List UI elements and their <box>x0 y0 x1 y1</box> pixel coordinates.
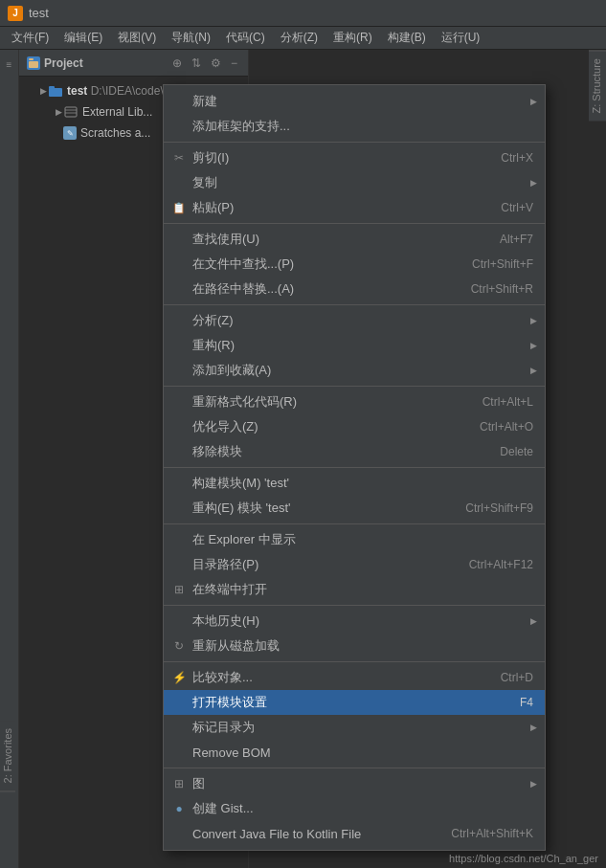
ctx-shortcut-find-in-files: Ctrl+Shift+F <box>472 257 533 271</box>
ctx-item-reload-disk[interactable]: ↻ 重新从磁盘加载 <box>164 634 545 658</box>
library-icon <box>63 104 79 120</box>
ctx-item-optimize-imports[interactable]: 优化导入(Z) Ctrl+Alt+O <box>164 414 545 439</box>
ctx-label-open-terminal: 在终端中打开 <box>192 581 267 598</box>
ctx-label-replace-in-path: 在路径中替换...(A) <box>192 280 294 298</box>
ctx-shortcut-rebuild-module: Ctrl+Shift+F9 <box>465 501 533 515</box>
project-header-btn-2[interactable]: ⇅ <box>189 56 204 71</box>
menu-navigate[interactable]: 导航(N) <box>164 28 218 48</box>
title-bar: J test <box>0 0 606 27</box>
tree-label-test: test <box>67 84 87 98</box>
svg-rect-3 <box>49 86 55 89</box>
ctx-icon-terminal: ⊞ <box>171 582 187 597</box>
tab-structure[interactable]: Z: Structure <box>589 50 606 121</box>
ctx-icon-cut: ✂ <box>171 150 187 166</box>
ctx-shortcut-convert-java: Ctrl+Alt+Shift+K <box>451 827 533 840</box>
ctx-item-add-framework[interactable]: 添加框架的支持... <box>164 114 545 139</box>
ctx-item-local-history[interactable]: 本地历史(H) <box>164 609 545 634</box>
ctx-label-add-favorites: 添加到收藏(A) <box>192 362 271 379</box>
ctx-label-create-gist: 创建 Gist... <box>192 800 254 817</box>
ctx-icon-paste: 📋 <box>171 200 187 215</box>
tree-label-ext-lib: External Lib... <box>82 105 152 119</box>
ctx-sep-1 <box>164 142 545 143</box>
ctx-shortcut-directory-path: Ctrl+Alt+F12 <box>469 558 533 571</box>
ctx-label-compare-with: 比较对象... <box>192 669 253 686</box>
ctx-item-refactor[interactable]: 重构(R) <box>164 333 545 358</box>
ctx-label-open-module-settings: 打开模块设置 <box>192 694 267 711</box>
ctx-item-compare-with[interactable]: ⚡ 比较对象... Ctrl+D <box>164 665 545 690</box>
menu-build[interactable]: 构建(B) <box>380 28 434 48</box>
ctx-label-local-history: 本地历史(H) <box>192 612 259 630</box>
menu-analyze[interactable]: 分析(Z) <box>273 28 325 48</box>
ctx-shortcut-reformat: Ctrl+Alt+L <box>483 395 533 409</box>
window-title: test <box>29 6 49 20</box>
ctx-label-find-usages: 查找使用(U) <box>192 231 259 248</box>
ctx-icon-reload: ↻ <box>171 638 187 654</box>
project-header-actions: ⊕ ⇅ ⚙ − <box>169 56 240 71</box>
ctx-label-find-in-files: 在文件中查找...(P) <box>192 256 294 273</box>
ctx-shortcut-optimize-imports: Ctrl+Alt+O <box>480 420 533 434</box>
context-menu: 新建 添加框架的支持... ✂ 剪切(I) Ctrl+X 复制 📋 粘贴(P) … <box>163 84 546 851</box>
menu-run[interactable]: 运行(U) <box>434 28 488 48</box>
project-header-btn-gear[interactable]: ⚙ <box>208 56 224 71</box>
ctx-item-remove-bom[interactable]: Remove BOM <box>164 740 545 765</box>
ctx-item-convert-java[interactable]: Convert Java File to Kotlin File Ctrl+Al… <box>164 821 545 846</box>
ctx-label-optimize-imports: 优化导入(Z) <box>192 418 258 435</box>
ctx-item-find-in-files[interactable]: 在文件中查找...(P) Ctrl+Shift+F <box>164 252 545 277</box>
ctx-item-copy[interactable]: 复制 <box>164 170 545 195</box>
tree-arrow-test: ▶ <box>38 86 48 96</box>
ctx-shortcut-open-module-settings: F4 <box>520 696 533 709</box>
left-toolbar-btn-1[interactable]: ≡ <box>1 56 18 73</box>
ctx-item-remove-module[interactable]: 移除模块 Delete <box>164 439 545 464</box>
project-header-btn-1[interactable]: ⊕ <box>169 56 185 71</box>
ctx-icon-compare: ⚡ <box>171 670 187 685</box>
ctx-icon-diagram: ⊞ <box>171 776 187 791</box>
ctx-item-rebuild-module[interactable]: 重构(E) 模块 'test' Ctrl+Shift+F9 <box>164 496 545 521</box>
ctx-item-paste[interactable]: 📋 粘贴(P) Ctrl+V <box>164 195 545 220</box>
ctx-item-find-usages[interactable]: 查找使用(U) Alt+F7 <box>164 227 545 252</box>
right-side-tabs: Z: Structure <box>589 50 606 241</box>
menu-edit[interactable]: 编辑(E) <box>56 28 110 48</box>
ctx-shortcut-find-usages: Alt+F7 <box>500 233 533 246</box>
ctx-label-new: 新建 <box>192 93 217 110</box>
ctx-label-rebuild-module: 重构(E) 模块 'test' <box>192 500 290 517</box>
ctx-sep-9 <box>164 768 545 768</box>
project-panel-header: Project ⊕ ⇅ ⚙ − <box>19 50 248 77</box>
ctx-item-show-explorer[interactable]: 在 Explorer 中显示 <box>164 527 545 552</box>
ctx-label-add-framework: 添加框架的支持... <box>192 118 290 135</box>
tab-favorites[interactable]: 2: Favorites <box>0 721 15 791</box>
ctx-item-new[interactable]: 新建 <box>164 89 545 114</box>
ctx-sep-3 <box>164 304 545 305</box>
menu-code[interactable]: 代码(C) <box>218 28 273 48</box>
menu-view[interactable]: 视图(V) <box>110 28 164 48</box>
ctx-sep-2 <box>164 223 545 224</box>
ctx-item-open-module-settings[interactable]: 打开模块设置 F4 <box>164 690 545 715</box>
ctx-item-cut[interactable]: ✂ 剪切(I) Ctrl+X <box>164 145 545 170</box>
menu-bar: 文件(F) 编辑(E) 视图(V) 导航(N) 代码(C) 分析(Z) 重构(R… <box>0 27 606 50</box>
ctx-item-mark-dir[interactable]: 标记目录为 <box>164 715 545 740</box>
menu-file[interactable]: 文件(F) <box>4 28 56 48</box>
ctx-item-create-gist[interactable]: ● 创建 Gist... <box>164 796 545 821</box>
ctx-item-build-module[interactable]: 构建模块(M) 'test' <box>164 471 545 496</box>
ctx-label-cut: 剪切(I) <box>192 149 229 167</box>
ctx-item-analyze[interactable]: 分析(Z) <box>164 308 545 333</box>
ctx-item-open-terminal[interactable]: ⊞ 在终端中打开 <box>164 577 545 602</box>
watermark: https://blog.csdn.net/Ch_an_ger <box>449 853 598 864</box>
ctx-item-directory-path[interactable]: 目录路径(P) Ctrl+Alt+F12 <box>164 552 545 577</box>
ctx-label-build-module: 构建模块(M) 'test' <box>192 475 289 492</box>
ctx-label-convert-java: Convert Java File to Kotlin File <box>192 827 361 841</box>
project-header-btn-minimize[interactable]: − <box>228 56 240 71</box>
ctx-sep-7 <box>164 605 545 606</box>
ctx-label-show-explorer: 在 Explorer 中显示 <box>192 531 296 548</box>
ctx-item-add-favorites[interactable]: 添加到收藏(A) <box>164 358 545 383</box>
tree-label-scratches: Scratches a... <box>80 126 150 140</box>
ctx-item-reformat[interactable]: 重新格式化代码(R) Ctrl+Alt+L <box>164 389 545 414</box>
bottom-left-tabs: 2: Favorites <box>0 721 15 791</box>
ctx-label-remove-bom: Remove BOM <box>192 746 271 760</box>
svg-rect-4 <box>65 107 77 117</box>
ctx-item-diagram[interactable]: ⊞ 图 <box>164 771 545 796</box>
menu-refactor[interactable]: 重构(R) <box>325 28 380 48</box>
app-icon: J <box>8 6 23 21</box>
ctx-item-replace-in-path[interactable]: 在路径中替换...(A) Ctrl+Shift+R <box>164 277 545 301</box>
ctx-shortcut-cut: Ctrl+X <box>501 151 533 165</box>
project-panel-title: Project <box>44 56 169 70</box>
